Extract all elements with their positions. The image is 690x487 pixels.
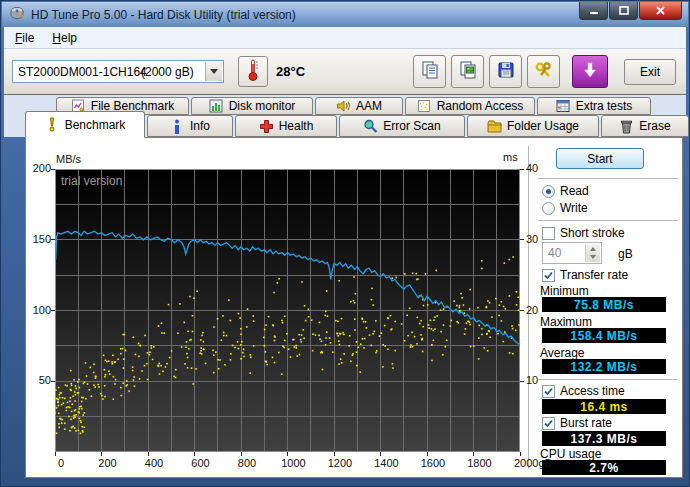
title-bar[interactable]: HD Tune Pro 5.00 - Hard Disk Utility (tr… [2, 2, 688, 27]
y-tick-mark [520, 310, 524, 311]
tab-label: Erase [639, 119, 670, 133]
start-button-label: Start [587, 152, 612, 166]
x-tick-label: 1600 [413, 457, 453, 469]
thermometer-icon [246, 58, 260, 85]
short-stroke-checkbox[interactable]: Short stroke [542, 226, 625, 240]
minimize-button[interactable] [579, 2, 608, 20]
write-radio[interactable]: Write [542, 201, 588, 215]
y-tick-label-left: 150 [26, 233, 51, 245]
tab-label: Folder Usage [507, 119, 579, 133]
burst-rate-label: Burst rate [560, 416, 612, 430]
x-tick-mark [287, 452, 288, 456]
save-button[interactable] [489, 55, 522, 88]
access-time-value: 16.4 ms [542, 399, 666, 414]
tab-folder-usage[interactable]: Folder Usage [467, 115, 599, 137]
download-arrow-icon [582, 61, 598, 82]
minimum-label: Minimum [540, 284, 589, 298]
health-icon [259, 119, 274, 134]
burst-rate-value: 137.3 MB/s [542, 431, 666, 446]
spinner-arrows[interactable] [585, 244, 600, 262]
checkbox-icon [542, 269, 555, 282]
temperature-value: 28°C [276, 64, 305, 79]
average-label: Average [540, 346, 584, 360]
read-radio[interactable]: Read [542, 184, 589, 198]
y-axis-unit-right: ms [503, 151, 518, 163]
y-tick-label-left: 200 [26, 162, 51, 174]
y-tick-mark [520, 169, 524, 170]
drive-select-value: ST2000DM001-1CH164 [18, 65, 147, 79]
x-tick-label: 1800 [460, 457, 500, 469]
close-button[interactable] [639, 2, 682, 20]
short-stroke-label: Short stroke [560, 226, 625, 240]
y-tick-mark [51, 381, 55, 382]
tab-error-scan[interactable]: Error Scan [339, 115, 465, 137]
maximize-button[interactable] [609, 2, 638, 20]
benchmark-page: MB/s ms trial version Start Read Write [25, 137, 683, 478]
x-tick-mark [148, 452, 149, 456]
tab-label: Info [190, 119, 210, 133]
menu-file[interactable]: File [6, 28, 43, 48]
x-tick-label: 600 [181, 457, 221, 469]
x-tick-mark [427, 452, 428, 456]
x-tick-mark [380, 452, 381, 456]
x-tick-label: 400 [134, 457, 174, 469]
separator [538, 379, 678, 381]
short-stroke-value: 40 [548, 246, 561, 260]
y-tick-mark [51, 310, 55, 311]
wrench-icon [534, 60, 554, 83]
menu-bar: File Help [4, 27, 686, 49]
x-tick-mark [101, 452, 102, 456]
tab-health[interactable]: Health [235, 115, 337, 137]
temperature-button[interactable] [238, 56, 268, 87]
y-tick-label-left: 50 [26, 374, 51, 386]
x-tick-label: 2000gB [514, 457, 554, 469]
update-button[interactable] [572, 55, 608, 88]
x-tick-label: 1000 [274, 457, 314, 469]
menu-help[interactable]: Help [43, 28, 86, 48]
radio-icon [542, 202, 555, 215]
magnifier-icon [363, 119, 378, 134]
copy-text-button[interactable] [413, 55, 446, 88]
checkbox-icon [542, 227, 555, 240]
minimum-value: 75.8 MB/s [542, 297, 666, 312]
chevron-down-icon[interactable] [205, 62, 222, 81]
app-icon [9, 5, 25, 24]
tab-label: Benchmark [65, 118, 126, 132]
burst-rate-checkbox[interactable]: Burst rate [542, 416, 612, 430]
svg-text:trial version: trial version [61, 174, 122, 188]
transfer-rate-checkbox[interactable]: Transfer rate [542, 268, 628, 282]
options-button[interactable] [527, 55, 560, 88]
toolbar: ST2000DM001-1CH164 (2000 gB) 28°C [4, 49, 686, 95]
tab-info[interactable]: Info [147, 115, 233, 137]
y-tick-label-left: 100 [26, 304, 51, 316]
x-tick-mark [334, 452, 335, 456]
trash-icon [619, 119, 634, 134]
copy-image-icon [458, 60, 478, 83]
folder-icon [487, 119, 502, 134]
exit-button[interactable]: Exit [624, 59, 676, 85]
benchmark-controls: Start Read Write Short stroke 40 gB [532, 138, 682, 477]
tab-benchmark[interactable]: Benchmark [25, 111, 145, 138]
tab-label: Error Scan [383, 119, 440, 133]
x-tick-mark [241, 452, 242, 456]
average-value: 132.2 MB/s [542, 359, 666, 374]
x-tick-label: 0 [41, 457, 81, 469]
x-tick-mark [55, 452, 56, 456]
x-tick-mark [473, 452, 474, 456]
window-title: HD Tune Pro 5.00 - Hard Disk Utility (tr… [31, 8, 296, 22]
tab-label: Health [279, 119, 314, 133]
y-tick-mark [520, 239, 524, 240]
y-tick-label-right: 30 [526, 233, 538, 245]
short-stroke-size-input[interactable]: 40 [542, 242, 602, 264]
x-tick-label: 200 [88, 457, 128, 469]
x-tick-label: 1200 [320, 457, 360, 469]
y-tick-mark [51, 239, 55, 240]
separator [538, 220, 678, 222]
access-time-checkbox[interactable]: Access time [542, 384, 625, 398]
read-radio-label: Read [560, 184, 589, 198]
maximum-label: Maximum [540, 315, 592, 329]
copy-image-button[interactable] [451, 55, 484, 88]
tab-erase[interactable]: Erase [601, 115, 689, 137]
start-button[interactable]: Start [556, 148, 644, 169]
drive-select[interactable]: ST2000DM001-1CH164 (2000 gB) [12, 60, 224, 83]
